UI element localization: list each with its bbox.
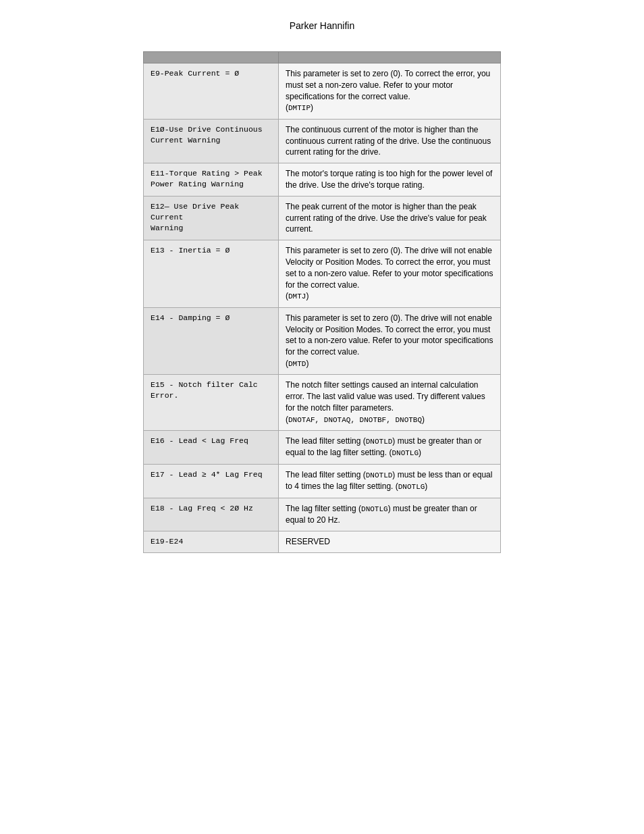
error-desc-cell: RESERVED xyxy=(279,531,501,552)
error-desc-cell: The lead filter setting (DNOTLD) must be… xyxy=(279,464,501,498)
error-code-cell: E9-Peak Current = Ø xyxy=(144,63,279,120)
error-desc-cell: The lag filter setting (DNOTLG) must be … xyxy=(279,498,501,531)
error-code-cell: E19-E24 xyxy=(144,531,279,552)
error-code-cell: E16 - Lead < Lag Freq xyxy=(144,431,279,465)
error-code-cell: E14 - Damping = Ø xyxy=(144,307,279,375)
error-desc-cell: This parameter is set to zero (0). The d… xyxy=(279,240,501,308)
page-title: Parker Hannifin xyxy=(0,0,644,45)
error-code-cell: E18 - Lag Freq < 2Ø Hz xyxy=(144,498,279,531)
error-desc-cell: This parameter is set to zero (0). The d… xyxy=(279,307,501,375)
table-wrapper: E9-Peak Current = ØThis parameter is set… xyxy=(143,51,501,553)
error-desc-cell: The lead filter setting (DNOTLD) must be… xyxy=(279,431,501,465)
table-row: E17 - Lead ≥ 4* Lag FreqThe lead filter … xyxy=(144,464,501,498)
table-row: E13 - Inertia = ØThis parameter is set t… xyxy=(144,240,501,308)
table-row: E1Ø-Use Drive Continuous Current Warning… xyxy=(144,119,501,163)
table-row: E11-Torque Rating > Peak Power Rating Wa… xyxy=(144,163,501,197)
col-header-code xyxy=(144,52,279,63)
error-code-cell: E1Ø-Use Drive Continuous Current Warning xyxy=(144,119,279,163)
col-header-desc xyxy=(279,52,501,63)
error-code-cell: E13 - Inertia = Ø xyxy=(144,240,279,308)
error-code-cell: E11-Torque Rating > Peak Power Rating Wa… xyxy=(144,163,279,197)
error-code-cell: E12— Use Drive Peak Current Warning xyxy=(144,196,279,240)
table-row: E19-E24RESERVED xyxy=(144,531,501,552)
table-row: E16 - Lead < Lag FreqThe lead filter set… xyxy=(144,431,501,465)
table-row: E9-Peak Current = ØThis parameter is set… xyxy=(144,63,501,120)
error-code-cell: E15 - Notch filter Calc Error. xyxy=(144,375,279,431)
error-desc-cell: The motor's torque rating is too high fo… xyxy=(279,163,501,197)
error-desc-cell: The continuous current of the motor is h… xyxy=(279,119,501,163)
error-code-cell: E17 - Lead ≥ 4* Lag Freq xyxy=(144,464,279,498)
table-row: E18 - Lag Freq < 2Ø HzThe lag filter set… xyxy=(144,498,501,531)
error-table: E9-Peak Current = ØThis parameter is set… xyxy=(143,51,501,553)
table-row: E15 - Notch filter Calc Error.The notch … xyxy=(144,375,501,431)
table-row: E12— Use Drive Peak Current WarningThe p… xyxy=(144,196,501,240)
table-row: E14 - Damping = ØThis parameter is set t… xyxy=(144,307,501,375)
error-desc-cell: This parameter is set to zero (0). To co… xyxy=(279,63,501,120)
error-desc-cell: The peak current of the motor is higher … xyxy=(279,196,501,240)
error-desc-cell: The notch filter settings caused an inte… xyxy=(279,375,501,431)
